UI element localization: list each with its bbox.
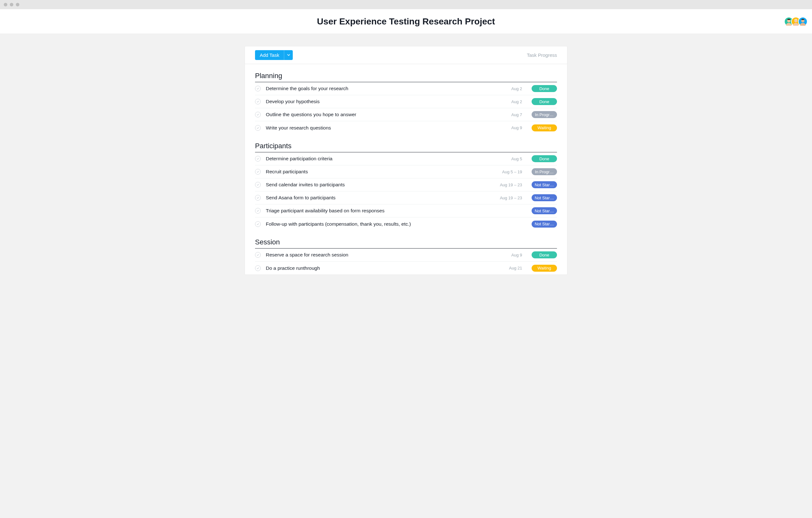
task-date[interactable]: Aug 21 bbox=[497, 266, 531, 270]
project-members bbox=[784, 17, 808, 26]
task-name[interactable]: Reserve a space for research session bbox=[266, 252, 497, 258]
task-date[interactable]: Aug 19 – 23 bbox=[497, 183, 531, 187]
header: User Experience Testing Research Project bbox=[0, 9, 812, 34]
task-row[interactable]: Send calendar invites to participantsAug… bbox=[255, 179, 557, 191]
content: Add Task Task Progress PlanningDetermine… bbox=[0, 34, 812, 275]
task-row[interactable]: Write your research questionsAug 9Waitin… bbox=[255, 121, 557, 134]
task-panel: Add Task Task Progress PlanningDetermine… bbox=[244, 46, 568, 275]
status-badge[interactable]: Not Star… bbox=[531, 221, 557, 227]
check-icon[interactable] bbox=[255, 156, 261, 162]
task-name[interactable]: Recruit participants bbox=[266, 169, 497, 174]
status-badge[interactable]: Not Star… bbox=[531, 194, 557, 201]
status-badge[interactable]: Done bbox=[531, 251, 557, 258]
status-badge[interactable]: Done bbox=[531, 155, 557, 162]
status-badge[interactable]: Waiting bbox=[531, 265, 557, 272]
section-title[interactable]: Planning bbox=[255, 64, 557, 82]
task-date[interactable]: Aug 9 bbox=[497, 126, 531, 130]
task-row[interactable]: Do a practice runthroughAug 21Waiting bbox=[255, 262, 557, 275]
task-date[interactable]: Aug 2 bbox=[497, 99, 531, 104]
status-badge[interactable]: Done bbox=[531, 98, 557, 105]
check-icon[interactable] bbox=[255, 221, 261, 227]
traffic-light-zoom[interactable] bbox=[16, 3, 19, 6]
check-icon[interactable] bbox=[255, 195, 261, 200]
check-icon[interactable] bbox=[255, 169, 261, 174]
check-icon[interactable] bbox=[255, 125, 261, 131]
traffic-light-minimize[interactable] bbox=[10, 3, 13, 6]
page-title: User Experience Testing Research Project bbox=[317, 17, 495, 27]
task-date[interactable]: Aug 19 – 23 bbox=[497, 195, 531, 200]
status-badge[interactable]: In Progr… bbox=[531, 111, 557, 118]
section-title[interactable]: Session bbox=[255, 230, 557, 248]
status-badge[interactable]: Not Star… bbox=[531, 181, 557, 188]
task-date[interactable]: Aug 5 – 19 bbox=[497, 169, 531, 174]
task-row[interactable]: Follow-up with participants (compensatio… bbox=[255, 217, 557, 230]
task-row[interactable]: Outline the questions you hope to answer… bbox=[255, 108, 557, 121]
avatar[interactable] bbox=[798, 17, 808, 26]
check-icon[interactable] bbox=[255, 265, 261, 271]
task-row[interactable]: Recruit participantsAug 5 – 19In Progr… bbox=[255, 165, 557, 179]
task-name[interactable]: Develop your hypothesis bbox=[266, 99, 497, 104]
check-icon[interactable] bbox=[255, 112, 261, 117]
task-date[interactable]: Aug 7 bbox=[497, 112, 531, 117]
status-badge[interactable]: Not Star… bbox=[531, 207, 557, 214]
task-name[interactable]: Outline the questions you hope to answer bbox=[266, 112, 497, 117]
task-name[interactable]: Determine the goals for your research bbox=[266, 86, 497, 91]
task-name[interactable]: Follow-up with participants (compensatio… bbox=[266, 221, 497, 227]
task-section: PlanningDetermine the goals for your res… bbox=[245, 64, 567, 134]
status-badge[interactable]: In Progr… bbox=[531, 168, 557, 175]
traffic-light-close[interactable] bbox=[4, 3, 7, 6]
chevron-down-icon bbox=[287, 53, 290, 57]
task-name[interactable]: Triage participant availability based on… bbox=[266, 208, 497, 214]
toolbar: Add Task Task Progress bbox=[245, 46, 567, 64]
task-row[interactable]: Determine participation criteriaAug 5Don… bbox=[255, 152, 557, 165]
task-row[interactable]: Triage participant availability based on… bbox=[255, 205, 557, 217]
window-chrome bbox=[0, 0, 812, 9]
task-date[interactable]: Aug 5 bbox=[497, 157, 531, 161]
check-icon[interactable] bbox=[255, 99, 261, 104]
check-icon[interactable] bbox=[255, 208, 261, 214]
status-badge[interactable]: Waiting bbox=[531, 125, 557, 131]
task-row[interactable]: Determine the goals for your researchAug… bbox=[255, 82, 557, 95]
task-row[interactable]: Reserve a space for research sessionAug … bbox=[255, 248, 557, 262]
task-date[interactable]: Aug 2 bbox=[497, 86, 531, 91]
task-name[interactable]: Send calendar invites to participants bbox=[266, 182, 497, 188]
task-section: ParticipantsDetermine participation crit… bbox=[245, 134, 567, 230]
section-title[interactable]: Participants bbox=[255, 134, 557, 152]
status-badge[interactable]: Done bbox=[531, 85, 557, 92]
task-name[interactable]: Write your research questions bbox=[266, 125, 497, 131]
add-task-button[interactable]: Add Task bbox=[255, 50, 284, 60]
check-icon[interactable] bbox=[255, 182, 261, 188]
task-name[interactable]: Send Asana form to participants bbox=[266, 195, 497, 200]
task-progress-link[interactable]: Task Progress bbox=[527, 52, 557, 58]
task-name[interactable]: Determine participation criteria bbox=[266, 156, 497, 162]
add-task-dropdown-button[interactable] bbox=[284, 50, 293, 60]
check-icon[interactable] bbox=[255, 86, 261, 91]
task-date[interactable]: Aug 9 bbox=[497, 253, 531, 257]
add-task-group: Add Task bbox=[255, 50, 293, 60]
task-row[interactable]: Develop your hypothesisAug 2Done bbox=[255, 95, 557, 108]
task-name[interactable]: Do a practice runthrough bbox=[266, 265, 497, 271]
task-section: SessionReserve a space for research sess… bbox=[245, 230, 567, 275]
task-row[interactable]: Send Asana form to participantsAug 19 – … bbox=[255, 191, 557, 205]
check-icon[interactable] bbox=[255, 252, 261, 258]
